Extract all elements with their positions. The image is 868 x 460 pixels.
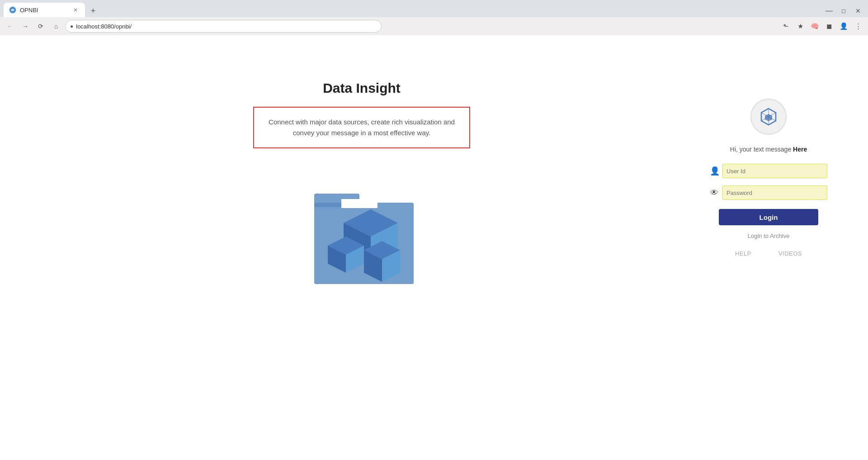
videos-link[interactable]: VIDEOS (778, 250, 802, 257)
user-icon: 👤 (710, 166, 719, 176)
address-bar[interactable]: ● localhost:8080/opnbi/ (65, 20, 382, 33)
extensions-button[interactable]: 🧠 (808, 20, 821, 33)
cubes-svg (301, 175, 423, 293)
address-text: localhost:8080/opnbi/ (76, 23, 132, 30)
app-title: Data Insight (323, 81, 401, 96)
greeting-prefix: Hi, your text message (730, 146, 793, 153)
login-section: Hi, your text message Here 👤 👁 Login Log… (696, 71, 841, 257)
tab-favicon (9, 6, 16, 14)
profile-button[interactable]: 👤 (837, 20, 850, 33)
browser-toolbar: ← → ⟳ ⌂ ● localhost:8080/opnbi/ ⬑ ★ 🧠 ◼ … (0, 17, 868, 35)
tab-bar: OPNBI × + — ◻ ✕ (0, 0, 868, 17)
password-row: 👁 (710, 185, 827, 200)
menu-button[interactable]: ⋮ (852, 20, 864, 33)
illustration (301, 175, 423, 295)
password-input[interactable] (722, 185, 827, 200)
userid-row: 👤 (710, 164, 827, 178)
tab-close-button[interactable]: × (71, 6, 80, 14)
tab-title: OPNBI (20, 7, 38, 14)
split-view-button[interactable]: ◼ (823, 20, 835, 33)
bottom-links: HELP VIDEOS (735, 250, 802, 257)
forward-button[interactable]: → (19, 20, 32, 33)
share-button[interactable]: ⬑ (779, 20, 792, 33)
logo-icon (758, 106, 779, 128)
toolbar-right: ⬑ ★ 🧠 ◼ 👤 ⋮ (779, 20, 864, 33)
address-lock-icon: ● (70, 23, 73, 29)
bookmark-button[interactable]: ★ (794, 20, 807, 33)
page-content: Data Insight Connect with major data sou… (0, 35, 868, 460)
back-button[interactable]: ← (4, 20, 16, 33)
browser-tab-active[interactable]: OPNBI × (4, 3, 85, 17)
reload-button[interactable]: ⟳ (34, 20, 47, 33)
userid-input[interactable] (722, 164, 827, 178)
eye-icon: 👁 (710, 188, 719, 198)
svg-rect-3 (341, 199, 377, 208)
window-minimize-button[interactable]: — (823, 5, 835, 17)
tagline-box: Connect with major data sources, create … (253, 107, 470, 148)
window-close-button[interactable]: ✕ (852, 5, 864, 17)
browser-chrome: OPNBI × + — ◻ ✕ ← → ⟳ ⌂ ● localhost:8080… (0, 0, 868, 35)
help-link[interactable]: HELP (735, 250, 751, 257)
login-archive-link[interactable]: Login to Archive (748, 232, 790, 239)
left-section: Data Insight Connect with major data sou… (27, 71, 696, 295)
window-restore-button[interactable]: ◻ (837, 5, 850, 17)
login-button[interactable]: Login (719, 209, 818, 225)
tagline-text: Connect with major data sources, create … (268, 117, 456, 138)
new-tab-button[interactable]: + (87, 5, 99, 17)
home-button[interactable]: ⌂ (50, 20, 62, 33)
greeting-bold: Here (793, 146, 807, 153)
greeting: Hi, your text message Here (730, 146, 807, 153)
logo-circle (750, 99, 787, 135)
